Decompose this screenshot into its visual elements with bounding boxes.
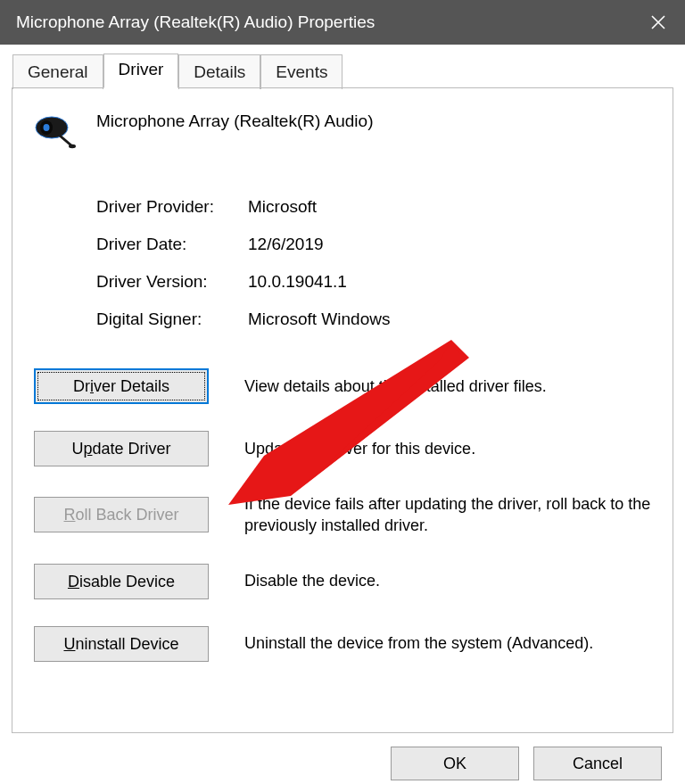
- cancel-button[interactable]: Cancel: [533, 747, 662, 780]
- close-icon[interactable]: [631, 0, 685, 45]
- svg-point-4: [69, 144, 76, 148]
- update-driver-desc: Update the driver for this device.: [244, 438, 651, 459]
- driver-details-button[interactable]: Driver Details: [34, 368, 209, 404]
- titlebar: Microphone Array (Realtek(R) Audio) Prop…: [0, 0, 685, 45]
- update-driver-button[interactable]: Update Driver: [34, 431, 209, 466]
- driver-version-value: 10.0.19041.1: [248, 272, 651, 292]
- digital-signer-value: Microsoft Windows: [248, 309, 651, 329]
- driver-info-grid: Driver Provider: Microsoft Driver Date: …: [96, 197, 651, 329]
- roll-back-driver-button: Roll Back Driver: [34, 497, 209, 532]
- driver-provider-label: Driver Provider:: [96, 197, 248, 217]
- window-title: Microphone Array (Realtek(R) Audio) Prop…: [16, 12, 631, 32]
- roll-back-driver-desc: If the device fails after updating the d…: [244, 493, 651, 537]
- tab-driver[interactable]: Driver: [103, 54, 179, 88]
- tab-details[interactable]: Details: [178, 54, 260, 89]
- driver-tab-panel: Microphone Array (Realtek(R) Audio) Driv…: [12, 87, 673, 733]
- driver-details-desc: View details about the installed driver …: [244, 375, 651, 397]
- webcam-device-icon: [34, 113, 77, 151]
- driver-provider-value: Microsoft: [248, 197, 651, 217]
- ok-button[interactable]: OK: [391, 747, 519, 780]
- dialog-footer: OK Cancel: [0, 734, 685, 784]
- disable-device-desc: Disable the device.: [244, 570, 651, 591]
- tab-general[interactable]: General: [12, 54, 103, 89]
- tab-events[interactable]: Events: [260, 54, 342, 89]
- driver-date-value: 12/6/2019: [248, 235, 651, 254]
- tab-strip: General Driver Details Events: [12, 54, 685, 88]
- uninstall-device-button[interactable]: Uninstall Device: [34, 626, 209, 662]
- device-name: Microphone Array (Realtek(R) Audio): [96, 110, 373, 131]
- driver-date-label: Driver Date:: [96, 235, 248, 254]
- driver-version-label: Driver Version:: [96, 272, 248, 292]
- svg-point-3: [44, 124, 50, 131]
- digital-signer-label: Digital Signer:: [96, 309, 248, 329]
- uninstall-device-desc: Uninstall the device from the system (Ad…: [244, 632, 651, 654]
- disable-device-button[interactable]: Disable Device: [34, 564, 209, 599]
